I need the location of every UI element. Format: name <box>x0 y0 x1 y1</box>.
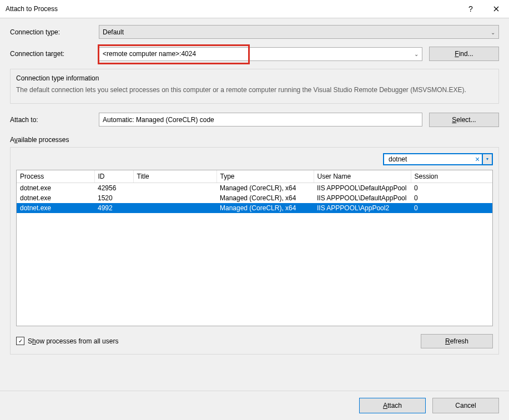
connection-target-value: <remote computer name>:4024 <box>103 50 196 58</box>
cell-process: dotnet.exe <box>17 203 94 213</box>
connection-type-combo[interactable]: Default ⌄ <box>99 25 499 39</box>
table-row[interactable]: dotnet.exe1520Managed (CoreCLR), x64IIS … <box>17 193 492 203</box>
processes-panel: × ▾ Process ID Title <box>10 147 499 355</box>
attach-to-process-dialog: Attach to Process ? Connection type: Def… <box>0 0 509 420</box>
find-button[interactable]: Find... <box>429 47 499 61</box>
cell-process: dotnet.exe <box>17 183 94 193</box>
attach-to-label: Attach to: <box>10 116 99 124</box>
table-row[interactable]: dotnet.exe42956Managed (CoreCLR), x64IIS… <box>17 183 492 193</box>
connection-type-label: Connection type: <box>10 28 99 36</box>
cell-session: 0 <box>411 193 492 203</box>
cell-type: Managed (CoreCLR), x64 <box>216 183 314 193</box>
cell-id: 1520 <box>94 193 133 203</box>
connection-target-combo[interactable]: <remote computer name>:4024 ⌄ <box>99 47 422 61</box>
filter-input[interactable] <box>387 155 473 164</box>
show-all-users-label: Show processes from all users <box>28 337 118 345</box>
close-button[interactable] <box>483 0 509 18</box>
connection-type-info: Connection type information The default … <box>10 69 499 104</box>
attach-to-field: Automatic: Managed (CoreCLR) code <box>99 113 422 126</box>
info-title: Connection type information <box>16 74 493 83</box>
cell-id: 42956 <box>94 183 133 193</box>
cancel-button[interactable]: Cancel <box>432 398 499 413</box>
filter-dropdown-button[interactable]: ▾ <box>483 153 493 165</box>
col-id[interactable]: ID <box>94 170 133 183</box>
table-row[interactable]: dotnet.exe4992Managed (CoreCLR), x64IIS … <box>17 203 492 213</box>
cell-user: IIS APPPOOL\DefaultAppPool <box>314 183 411 193</box>
help-button[interactable]: ? <box>458 0 483 18</box>
cell-type: Managed (CoreCLR), x64 <box>216 203 314 213</box>
cell-user: IIS APPPOOL\AppPool2 <box>314 203 411 213</box>
col-title[interactable]: Title <box>133 170 216 183</box>
connection-type-value: Default <box>103 28 124 36</box>
chevron-down-icon: ⌄ <box>414 51 419 57</box>
col-type[interactable]: Type <box>216 170 314 183</box>
cell-session: 0 <box>411 183 492 193</box>
show-all-users-checkbox[interactable]: ✓ <box>16 337 24 345</box>
cell-type: Managed (CoreCLR), x64 <box>216 193 314 203</box>
col-username[interactable]: User Name <box>314 170 411 183</box>
available-processes-label: Available processes <box>10 136 499 144</box>
info-text: The default connection lets you select p… <box>16 85 493 95</box>
col-session[interactable]: Session <box>411 170 492 183</box>
cell-title <box>133 193 216 203</box>
attach-to-value: Automatic: Managed (CoreCLR) code <box>103 116 214 124</box>
clear-filter-icon[interactable]: × <box>473 155 482 164</box>
dialog-title: Attach to Process <box>6 5 58 13</box>
close-icon <box>493 6 499 12</box>
col-process[interactable]: Process <box>17 170 94 183</box>
select-button[interactable]: Select... <box>429 113 499 127</box>
cell-session: 0 <box>411 203 492 213</box>
filter-input-wrapper: × <box>383 153 483 165</box>
cell-process: dotnet.exe <box>17 193 94 203</box>
titlebar: Attach to Process ? <box>0 0 509 18</box>
cell-id: 4992 <box>94 203 133 213</box>
cell-user: IIS APPPOOL\DefaultAppPool <box>314 193 411 203</box>
dialog-button-bar: Attach Cancel <box>0 391 509 420</box>
refresh-button[interactable]: Refresh <box>421 334 493 348</box>
cell-title <box>133 183 216 193</box>
cell-title <box>133 203 216 213</box>
processes-table[interactable]: Process ID Title Type User Name Session … <box>16 170 493 326</box>
attach-button[interactable]: Attach <box>359 398 426 413</box>
table-header-row: Process ID Title Type User Name Session <box>17 170 492 183</box>
connection-target-label: Connection target: <box>10 50 99 58</box>
triangle-down-icon: ▾ <box>486 156 488 161</box>
chevron-down-icon: ⌄ <box>491 29 495 35</box>
